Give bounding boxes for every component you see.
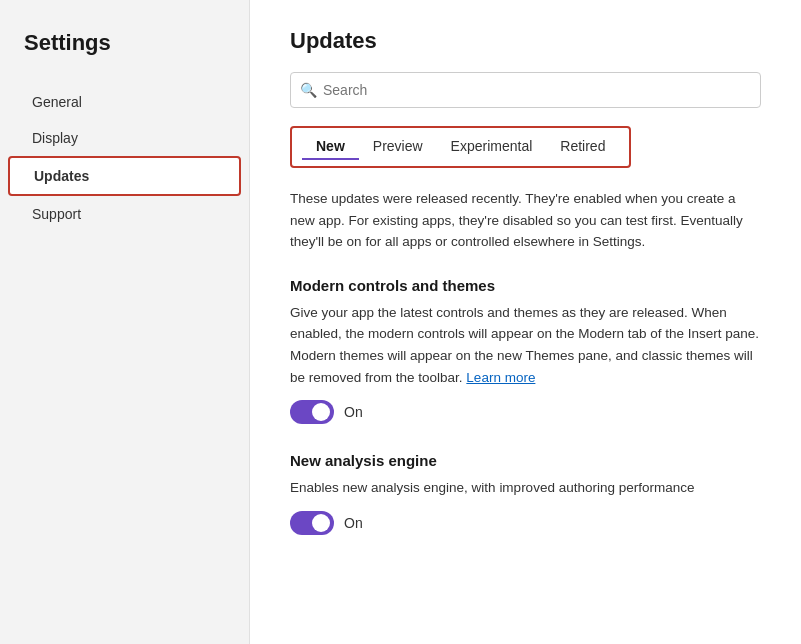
sidebar-item-display[interactable]: Display (8, 120, 241, 156)
section-title-1: New analysis engine (290, 452, 761, 469)
tab-description: These updates were released recently. Th… (290, 188, 761, 253)
toggle-row-1: On (290, 511, 761, 535)
search-container: 🔍 (290, 72, 761, 108)
main-content: Updates 🔍 New Preview Experimental Retir… (250, 0, 801, 644)
tab-retired[interactable]: Retired (546, 134, 619, 160)
sidebar-item-general[interactable]: General (8, 84, 241, 120)
tab-new[interactable]: New (302, 134, 359, 160)
section-analysis-engine: New analysis engine Enables new analysis… (290, 452, 761, 535)
learn-more-link-0[interactable]: Learn more (466, 370, 535, 385)
page-title: Updates (290, 28, 761, 54)
toggle-label-0: On (344, 404, 363, 420)
section-modern-controls: Modern controls and themes Give your app… (290, 277, 761, 424)
tab-preview[interactable]: Preview (359, 134, 437, 160)
search-icon: 🔍 (300, 82, 317, 98)
search-input[interactable] (290, 72, 761, 108)
app-title: Settings (0, 30, 249, 84)
section-desc-0: Give your app the latest controls and th… (290, 302, 761, 388)
sidebar-item-support[interactable]: Support (8, 196, 241, 232)
sidebar: Settings General Display Updates Support (0, 0, 250, 644)
toggle-modern-controls[interactable] (290, 400, 334, 424)
section-desc-1: Enables new analysis engine, with improv… (290, 477, 761, 499)
toggle-thumb-1 (312, 514, 330, 532)
toggle-analysis-engine[interactable] (290, 511, 334, 535)
toggle-label-1: On (344, 515, 363, 531)
toggle-row-0: On (290, 400, 761, 424)
sidebar-item-updates[interactable]: Updates (8, 156, 241, 196)
tabs-container: New Preview Experimental Retired (290, 126, 631, 168)
tab-experimental[interactable]: Experimental (437, 134, 547, 160)
section-title-0: Modern controls and themes (290, 277, 761, 294)
